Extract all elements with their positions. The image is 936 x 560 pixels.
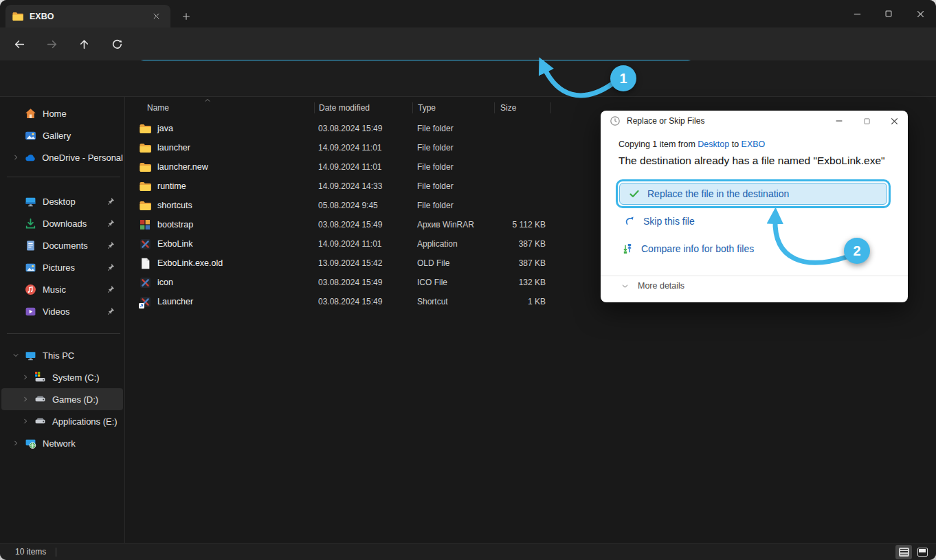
new-tab-button[interactable]: [177, 8, 195, 25]
sidebar-item-gallery[interactable]: Gallery: [1, 124, 123, 146]
sidebar-item-downloads[interactable]: Downloads: [1, 212, 123, 234]
shortcut-arrow-icon: [139, 303, 144, 309]
table-row[interactable]: runtime 14.09.2024 14:33 File folder: [126, 177, 551, 196]
tab-close-icon[interactable]: [148, 9, 164, 24]
dialog-close-button[interactable]: [880, 111, 908, 131]
sidebar-divider: [7, 333, 120, 334]
replace-option[interactable]: Replace the file in the destination: [619, 183, 887, 205]
table-row[interactable]: ExboLink 14.09.2024 11:01 Application 38…: [126, 234, 551, 254]
table-row[interactable]: ExboLink.exe.old 13.09.2024 15:42 OLD Fi…: [126, 254, 551, 273]
sidebar-item-games-d[interactable]: Games (D:): [1, 388, 123, 410]
table-row[interactable]: bootstrap 03.08.2024 15:49 Архив WinRAR …: [126, 215, 551, 234]
column-header-name[interactable]: Name: [147, 103, 169, 113]
sidebar-item-onedrive[interactable]: OneDrive - Personal: [1, 146, 123, 168]
status-divider: [56, 548, 56, 557]
documents-icon: [25, 240, 36, 251]
chevron-right-icon[interactable]: [7, 440, 25, 447]
column-header-size[interactable]: Size: [500, 103, 516, 113]
home-icon: [25, 108, 36, 120]
conflict-message: The destination already has a file named…: [619, 155, 885, 167]
column-header-type[interactable]: Type: [418, 103, 436, 113]
sidebar-item-pictures[interactable]: Pictures: [1, 256, 123, 278]
maximize-button[interactable]: [873, 0, 904, 27]
pin-icon: [106, 219, 115, 228]
column-header-date[interactable]: Date modified: [319, 103, 370, 113]
videos-icon: [25, 306, 36, 317]
chevron-right-icon[interactable]: [7, 154, 25, 161]
folder-icon: [140, 181, 151, 192]
table-row[interactable]: launcher 14.09.2024 11:01 File folder: [126, 138, 551, 157]
table-row[interactable]: java 03.08.2024 15:49 File folder: [126, 119, 551, 138]
column-divider[interactable]: [494, 102, 495, 113]
source-link[interactable]: Desktop: [698, 139, 729, 149]
downloads-icon: [25, 218, 36, 229]
sidebar-item-music[interactable]: Music: [1, 278, 123, 300]
close-button[interactable]: [904, 0, 936, 27]
file-icon: [140, 258, 151, 269]
details-view-toggle[interactable]: [895, 545, 912, 559]
pin-icon: [106, 197, 115, 206]
system-drive-icon: [34, 372, 46, 383]
pin-icon: [106, 285, 115, 294]
callout-step-2: 2: [844, 238, 870, 264]
tab-title: EXBO: [30, 12, 54, 21]
chevron-right-icon[interactable]: [16, 374, 34, 381]
network-icon: [25, 438, 36, 449]
thumbnail-view-toggle[interactable]: [914, 545, 931, 559]
sidebar-item-network[interactable]: Network: [1, 432, 123, 454]
annotation-highlight-frame: Replace the file in the destination: [616, 179, 891, 208]
refresh-button[interactable]: [105, 32, 129, 56]
pictures-icon: [25, 262, 36, 273]
dialog-minimize-button[interactable]: [825, 111, 853, 131]
skip-arrow-icon: [624, 216, 635, 227]
skip-option[interactable]: Skip this file: [624, 216, 695, 227]
table-row[interactable]: shortcuts 05.08.2024 9:45 File folder: [126, 196, 551, 215]
sidebar-item-this-pc[interactable]: This PC: [1, 344, 123, 366]
sidebar-item-documents[interactable]: Documents: [1, 234, 123, 256]
sidebar-item-applications-e[interactable]: Applications (E:): [1, 410, 123, 432]
dialog-maximize-button[interactable]: [853, 111, 880, 131]
chevron-down-icon[interactable]: [7, 352, 25, 359]
sidebar-item-videos[interactable]: Videos: [1, 300, 123, 322]
compare-option[interactable]: Compare info for both files: [622, 243, 754, 254]
sidebar-item-system-c[interactable]: System (C:): [1, 366, 123, 388]
file-explorer-window: EXBO This PC Games (D:) EXBO: [0, 0, 936, 560]
chevron-right-icon[interactable]: [16, 396, 34, 403]
folder-icon: [140, 200, 151, 212]
more-details-toggle[interactable]: More details: [621, 281, 684, 291]
sort-ascending-icon: [204, 97, 211, 104]
destination-link[interactable]: EXBO: [742, 139, 766, 149]
chevron-right-icon[interactable]: [16, 418, 34, 425]
minimize-button[interactable]: [841, 0, 873, 27]
sidebar-divider: [7, 177, 120, 177]
table-row[interactable]: launcher.new 14.09.2024 11:01 File folde…: [126, 157, 551, 177]
sidebar: Home Gallery OneDrive - Personal Desktop…: [0, 97, 125, 543]
desktop-icon: [25, 196, 36, 208]
dialog-titlebar: Replace or Skip Files: [601, 111, 908, 131]
table-row[interactable]: Launcher 03.08.2024 15:49 Shortcut 1 KB: [126, 292, 551, 311]
gallery-icon: [25, 130, 36, 142]
tab-exbo[interactable]: EXBO: [5, 5, 170, 27]
folder-icon: [12, 11, 23, 22]
navigation-bar: This PC Games (D:) EXBO: [0, 27, 936, 60]
this-pc-icon: [25, 350, 36, 361]
column-divider[interactable]: [550, 102, 551, 113]
table-row[interactable]: icon 03.08.2024 15:49 ICO File 132 KB: [126, 273, 551, 292]
back-button[interactable]: [8, 32, 31, 56]
command-bar: New Sort View Details: [0, 60, 936, 97]
column-divider[interactable]: [412, 102, 413, 113]
music-icon: [25, 284, 36, 295]
item-count: 10 items: [15, 547, 46, 557]
column-divider[interactable]: [314, 102, 315, 113]
drive-icon: [34, 416, 46, 427]
replace-skip-dialog: Replace or Skip Files Copying 1 item fro…: [601, 111, 908, 302]
status-bar: 10 items: [0, 543, 936, 560]
up-button[interactable]: [72, 32, 96, 56]
sidebar-item-desktop[interactable]: Desktop: [1, 190, 123, 212]
forward-button[interactable]: [40, 32, 63, 56]
sidebar-item-home[interactable]: Home: [1, 102, 123, 124]
window-controls: [841, 0, 936, 27]
onedrive-cloud-icon: [25, 152, 36, 164]
copy-summary: Copying 1 item from Desktop to EXBO: [619, 139, 765, 149]
copy-progress-icon: [610, 115, 621, 126]
